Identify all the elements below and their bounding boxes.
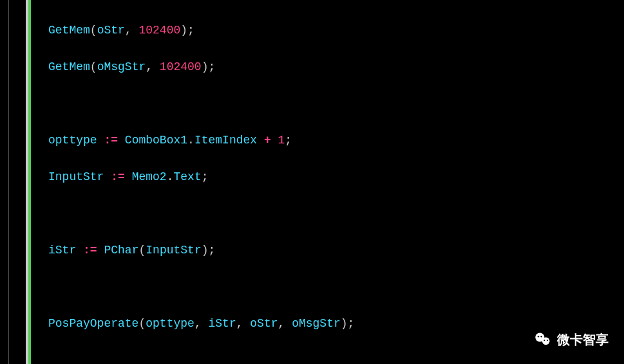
code-line[interactable] bbox=[48, 278, 354, 296]
code-line[interactable]: InputStr := Memo2.Text; bbox=[48, 168, 354, 187]
code-editor[interactable]: GetMem(oStr, 102400); GetMem(oMsgStr, 10… bbox=[48, 3, 354, 364]
svg-point-1 bbox=[542, 337, 550, 345]
code-line[interactable]: GetMem(oMsgStr, 102400); bbox=[48, 58, 354, 77]
fold-indicator-2 bbox=[28, 0, 31, 364]
code-line[interactable]: opttype := ComboBox1.ItemIndex + 1; bbox=[48, 131, 354, 150]
wechat-icon bbox=[534, 331, 552, 349]
watermark-text: 微卡智享 bbox=[557, 331, 609, 349]
svg-point-3 bbox=[541, 336, 542, 337]
code-line[interactable] bbox=[48, 351, 354, 365]
code-line[interactable]: iStr := PChar(InputStr); bbox=[48, 241, 354, 260]
code-line[interactable] bbox=[48, 205, 354, 223]
svg-point-4 bbox=[544, 340, 545, 341]
svg-point-5 bbox=[547, 340, 548, 341]
code-line[interactable]: GetMem(oStr, 102400); bbox=[48, 21, 354, 40]
gutter bbox=[0, 0, 9, 364]
svg-point-2 bbox=[538, 336, 539, 337]
watermark: 微卡智享 bbox=[534, 331, 609, 349]
code-line[interactable] bbox=[48, 95, 354, 113]
code-line[interactable]: PosPayOperate(opttype, iStr, oStr, oMsgS… bbox=[48, 314, 354, 333]
